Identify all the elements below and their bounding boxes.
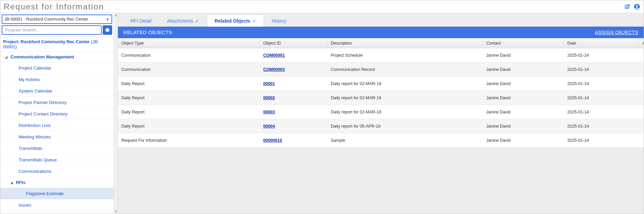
cell-description: Sample bbox=[327, 138, 483, 143]
cell-contact: Janine David bbox=[483, 53, 564, 58]
cell-description: Daily report for 05-APR-18 bbox=[327, 124, 483, 129]
table-row: Request For Information00000010SampleJan… bbox=[118, 133, 644, 148]
col-object-type[interactable]: Object Type bbox=[118, 38, 260, 48]
nav-item[interactable]: Project Calendar bbox=[0, 62, 114, 74]
cell-date: 2025-01-14 bbox=[564, 81, 638, 86]
nav-item[interactable]: Transmittals bbox=[0, 143, 114, 154]
nav-tree: ◢ Communication Management Project Calen… bbox=[0, 52, 114, 214]
main-panel: RFI Detail Attachments ✓ Related Objects… bbox=[118, 13, 644, 214]
nav-group-label: Communication Management bbox=[10, 54, 74, 59]
triangle-down-icon: ◢ bbox=[10, 181, 14, 184]
cell-date: 2025-01-14 bbox=[564, 96, 638, 100]
col-contact[interactable]: Contact bbox=[483, 38, 564, 48]
cell-object-type: Communication bbox=[118, 53, 260, 58]
svg-point-2 bbox=[636, 5, 638, 6]
cell-object-type: Request For Information bbox=[118, 138, 260, 143]
cell-description: Communication Record bbox=[327, 67, 483, 72]
program-search-input[interactable] bbox=[2, 25, 102, 35]
cell-object-type: Daily Report bbox=[118, 124, 260, 129]
app-window: Request for Information JB-00001 - Rockf… bbox=[0, 0, 644, 214]
object-id-link[interactable]: 00002 bbox=[263, 96, 275, 100]
project-link[interactable]: Project: Rockford Community Rec Center (… bbox=[0, 37, 114, 52]
cell-date: 2025-01-14 bbox=[564, 53, 638, 58]
nav-group-label: RFIs bbox=[16, 180, 25, 185]
nav-item[interactable]: Transmittals Queue bbox=[0, 154, 114, 166]
shell: JB-00001 - Rockford Community Rec Center… bbox=[0, 13, 644, 214]
sidebar: JB-00001 - Rockford Community Rec Center… bbox=[0, 13, 118, 214]
nav-item[interactable]: Communications bbox=[0, 166, 114, 177]
cell-description: Daily report for 02-MAR-18 bbox=[327, 81, 483, 86]
gear-icon bbox=[105, 28, 110, 32]
nav-item[interactable]: System Calendar bbox=[0, 85, 114, 97]
table-row: CommunicationCOM00001Project ScheduleJan… bbox=[118, 48, 644, 62]
nav-item[interactable]: Project Contact Directory bbox=[0, 108, 114, 120]
col-object-id[interactable]: Object ID bbox=[260, 38, 327, 48]
table-row: Daily Report00002Daily report for 02-MAR… bbox=[118, 91, 644, 105]
scroll-down-icon: ▼ bbox=[114, 209, 117, 214]
cell-contact: Janine David bbox=[483, 67, 564, 72]
check-icon: ✓ bbox=[252, 19, 256, 24]
titlebar: Request for Information bbox=[0, 0, 644, 13]
tab-related-objects[interactable]: Related Objects ✓ bbox=[207, 15, 264, 27]
nav-item-flagstone-estimate[interactable]: Flagstone Estimate bbox=[0, 188, 114, 199]
object-id-link[interactable]: 00000010 bbox=[263, 138, 282, 143]
object-id-link[interactable]: COM00003 bbox=[263, 67, 285, 72]
tab-label: Related Objects bbox=[215, 18, 250, 24]
grid-header-row: Object Type Object ID Description Contac… bbox=[118, 38, 644, 48]
project-select[interactable]: JB-00001 - Rockford Community Rec Center… bbox=[2, 15, 112, 24]
tab-label: Attachments bbox=[167, 18, 193, 24]
table-row: CommunicationCOM00003Communication Recor… bbox=[118, 62, 644, 77]
col-action: Action bbox=[638, 38, 644, 48]
cell-contact: Janine David bbox=[483, 124, 564, 129]
object-id-link[interactable]: COM00001 bbox=[263, 53, 285, 58]
cell-contact: Janine David bbox=[483, 138, 564, 143]
cell-date: 2025-01-14 bbox=[564, 110, 638, 114]
cell-description: Daily report for 02-MAR-18 bbox=[327, 110, 483, 114]
object-id-link[interactable]: 00004 bbox=[263, 124, 275, 129]
search-settings-button[interactable] bbox=[103, 25, 112, 35]
cell-contact: Janine David bbox=[483, 110, 564, 114]
triangle-down-icon: ◢ bbox=[5, 55, 8, 59]
project-select-value: JB-00001 - Rockford Community Rec Center bbox=[4, 17, 88, 22]
panel-title: RELATED OBJECTS bbox=[123, 30, 172, 35]
check-icon: ✓ bbox=[195, 19, 199, 24]
nav-group-communication-management[interactable]: ◢ Communication Management bbox=[0, 52, 114, 62]
cell-description: Project Schedule bbox=[327, 53, 483, 58]
tab-history[interactable]: History bbox=[264, 15, 294, 27]
related-objects-grid: Object Type Object ID Description Contac… bbox=[118, 38, 644, 148]
object-id-link[interactable]: 00001 bbox=[263, 81, 275, 86]
nav-item[interactable]: Project Partner Directory bbox=[0, 97, 114, 108]
nav-group-rfis[interactable]: ◢ RFIs bbox=[0, 177, 114, 188]
tab-label: RFI Detail bbox=[130, 18, 151, 24]
tab-bar: RFI Detail Attachments ✓ Related Objects… bbox=[118, 13, 644, 27]
panel-header: RELATED OBJECTS ASSIGN OBJECTS bbox=[118, 27, 644, 38]
cell-object-type: Communication bbox=[118, 67, 260, 72]
assign-objects-link[interactable]: ASSIGN OBJECTS bbox=[595, 30, 638, 35]
tab-label: History bbox=[272, 18, 287, 24]
sidebar-scrollbar[interactable]: ▲ ▼ bbox=[114, 13, 118, 214]
cell-object-type: Daily Report bbox=[118, 110, 260, 114]
cell-contact: Janine David bbox=[483, 81, 564, 86]
project-link-name: Project: Rockford Community Rec Center bbox=[3, 39, 90, 44]
nav-item-issues[interactable]: Issues bbox=[0, 199, 114, 211]
table-row: Daily Report00003Daily report for 02-MAR… bbox=[118, 105, 644, 119]
scroll-up-icon: ▲ bbox=[114, 13, 117, 18]
cell-date: 2025-01-14 bbox=[564, 124, 638, 129]
nav-item[interactable]: Distribution Lists bbox=[0, 120, 114, 131]
table-row: Daily Report00001Daily report for 02-MAR… bbox=[118, 77, 644, 91]
cell-contact: Janine David bbox=[483, 96, 564, 100]
object-id-link[interactable]: 00003 bbox=[263, 110, 275, 114]
caret-down-icon: ▼ bbox=[106, 17, 109, 21]
col-date[interactable]: Date bbox=[564, 38, 638, 48]
tab-attachments[interactable]: Attachments ✓ bbox=[159, 15, 207, 27]
cell-date: 2025-01-14 bbox=[564, 138, 638, 143]
edit-button[interactable] bbox=[623, 2, 632, 11]
col-description[interactable]: Description bbox=[327, 38, 483, 48]
tab-rfi-detail[interactable]: RFI Detail bbox=[123, 15, 159, 27]
cell-date: 2025-01-14 bbox=[564, 67, 638, 72]
cell-object-type: Daily Report bbox=[118, 81, 260, 86]
nav-item[interactable]: My Actions bbox=[0, 74, 114, 85]
nav-item[interactable]: Meeting Minutes bbox=[0, 131, 114, 143]
user-button[interactable] bbox=[632, 2, 642, 11]
user-circle-icon bbox=[634, 3, 640, 10]
